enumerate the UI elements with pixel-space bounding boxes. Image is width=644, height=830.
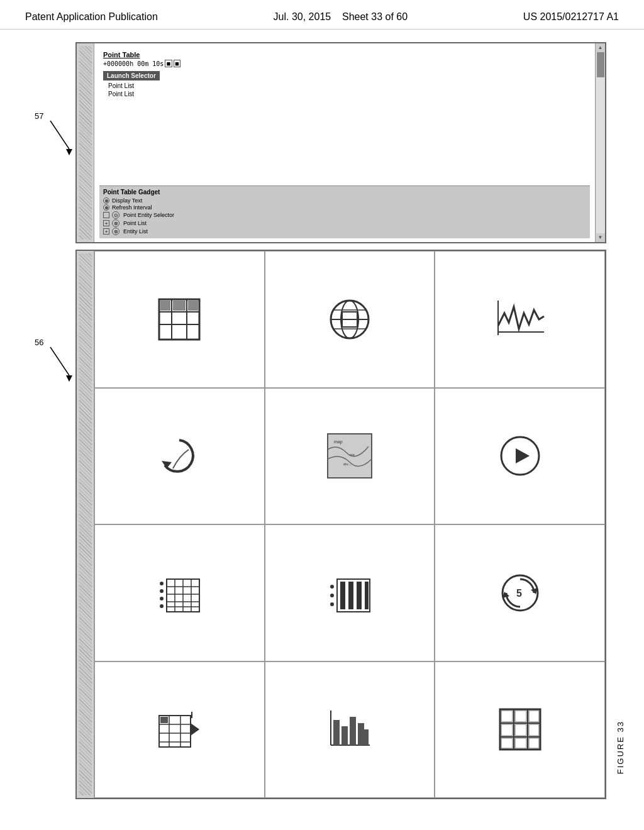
header-center: Jul. 30, 2015 Sheet 33 of 60 [274, 11, 408, 23]
svg-text:5: 5 [516, 588, 522, 599]
svg-rect-78 [515, 724, 526, 736]
svg-point-41 [330, 585, 334, 589]
gadget-option-label-3: Point Entity Selector [123, 212, 174, 218]
svg-rect-69 [500, 709, 540, 750]
svg-marker-20 [162, 461, 172, 468]
svg-rect-82 [529, 738, 539, 748]
svg-rect-68 [364, 729, 369, 745]
svg-rect-10 [173, 301, 186, 311]
top-panel-sidebar [77, 43, 94, 242]
bottom-panel-sidebar [77, 251, 94, 798]
grid-cell-9[interactable]: 5 [435, 524, 605, 661]
grid-9-icon [495, 704, 545, 755]
svg-text:cnr: cnr [350, 453, 355, 456]
globe-grid-icon [325, 294, 375, 345]
gadget-option-entitylist: + ⊛ Entity List [103, 228, 586, 235]
radio-refresh[interactable] [103, 204, 109, 211]
svg-rect-65 [341, 726, 348, 745]
refresh-5-icon: 5 [495, 568, 545, 618]
svg-rect-81 [515, 738, 526, 748]
svg-point-28 [517, 453, 523, 459]
svg-rect-48 [365, 582, 369, 609]
gadget-option-label-5: Entity List [123, 228, 148, 235]
entitylist-icon: ⊛ [112, 228, 119, 235]
scroll-thumb[interactable] [597, 52, 604, 77]
grid-cell-10[interactable] [94, 661, 265, 799]
grid-cell-7[interactable] [94, 524, 265, 661]
bars-grid-left-icon [325, 568, 375, 618]
annotation-56: 56 [35, 338, 43, 347]
svg-rect-47 [357, 582, 362, 609]
top-panel-body: Point Table +000000h 00m 10s ■ ■ Launch … [94, 43, 595, 242]
svg-point-30 [160, 589, 164, 593]
svg-line-2 [50, 347, 69, 375]
point-list-1: Point List [108, 82, 581, 89]
grid-cell-2[interactable] [265, 251, 435, 388]
svg-rect-79 [529, 724, 539, 736]
spinner-arrow-icon [154, 431, 204, 481]
svg-rect-76 [529, 711, 539, 722]
grid-cell-5[interactable]: map cnr div... [265, 388, 435, 525]
grid-cell-4[interactable] [94, 388, 265, 525]
plus-pointlist[interactable]: + [103, 220, 109, 226]
scroll-down-arrow[interactable]: ▼ [598, 233, 603, 242]
table-grid-icon [154, 294, 204, 345]
gadget-title: Point Table Gadget [103, 189, 586, 196]
grid-cell-3[interactable] [435, 251, 605, 388]
grid-cell-6[interactable] [435, 388, 605, 525]
radio-display-text[interactable] [103, 197, 109, 204]
play-dot-icon [495, 431, 545, 481]
dots-grid-left-icon [154, 568, 204, 618]
scrollbar-right[interactable]: ▲ ▼ [595, 43, 605, 242]
svg-rect-74 [501, 711, 513, 722]
annotation-57: 57 [35, 111, 43, 121]
bottom-panel: map cnr div... [75, 250, 606, 799]
svg-rect-59 [160, 717, 168, 723]
gadget-bar: Point Table Gadget Display Text Refresh … [99, 185, 590, 238]
svg-point-31 [160, 597, 164, 600]
svg-marker-51 [502, 592, 509, 598]
gadget-option-refresh: Refresh Interval [103, 204, 586, 211]
table-arrow-icon [154, 704, 204, 755]
arrow-57-line [44, 118, 75, 155]
pointlist-icon: ⊛ [112, 219, 119, 227]
scroll-up-arrow[interactable]: ▲ [598, 43, 603, 52]
point-list-2: Point List [108, 91, 581, 97]
svg-rect-9 [160, 301, 170, 311]
gadget-option-pointlist: + ⊛ Point List [103, 219, 586, 227]
bar-chart-icon [325, 704, 375, 755]
gadget-option-display: Display Text [103, 197, 586, 204]
point-table-title: Point Table [103, 51, 586, 58]
svg-marker-60 [191, 723, 199, 736]
svg-point-32 [160, 604, 164, 608]
svg-marker-50 [531, 588, 538, 594]
wave-chart-icon [495, 294, 545, 345]
svg-line-0 [50, 121, 69, 149]
svg-rect-75 [515, 711, 526, 722]
top-panel: Point Table +000000h 00m 10s ■ ■ Launch … [75, 42, 606, 243]
gadget-option-entity: ⊙ Point Entity Selector [103, 211, 586, 219]
svg-rect-67 [358, 723, 364, 745]
svg-marker-1 [66, 149, 72, 155]
svg-point-29 [160, 582, 164, 585]
svg-text:map: map [334, 440, 343, 445]
grid-cell-12[interactable] [435, 661, 605, 799]
launch-selector-button[interactable]: Launch Selector [103, 71, 160, 80]
svg-rect-46 [348, 582, 353, 609]
checkbox-entity[interactable] [103, 212, 109, 218]
svg-rect-11 [188, 301, 198, 311]
map-terrain-icon: map cnr div... [325, 431, 375, 481]
svg-point-42 [330, 594, 334, 597]
svg-rect-77 [501, 724, 513, 736]
grid-cell-1[interactable] [94, 251, 265, 388]
gadget-option-label-2: Refresh Interval [112, 204, 152, 211]
grid-cell-8[interactable] [265, 524, 435, 661]
svg-point-43 [330, 602, 334, 606]
entity-selector-icon: ⊙ [112, 211, 119, 219]
grid-cell-11[interactable] [265, 661, 435, 799]
svg-rect-80 [501, 738, 513, 748]
icon-grid: map cnr div... [94, 251, 605, 798]
header-left: Patent Application Publication [25, 11, 158, 23]
plus-entitylist[interactable]: + [103, 228, 109, 235]
arrow-56-line [44, 344, 75, 382]
